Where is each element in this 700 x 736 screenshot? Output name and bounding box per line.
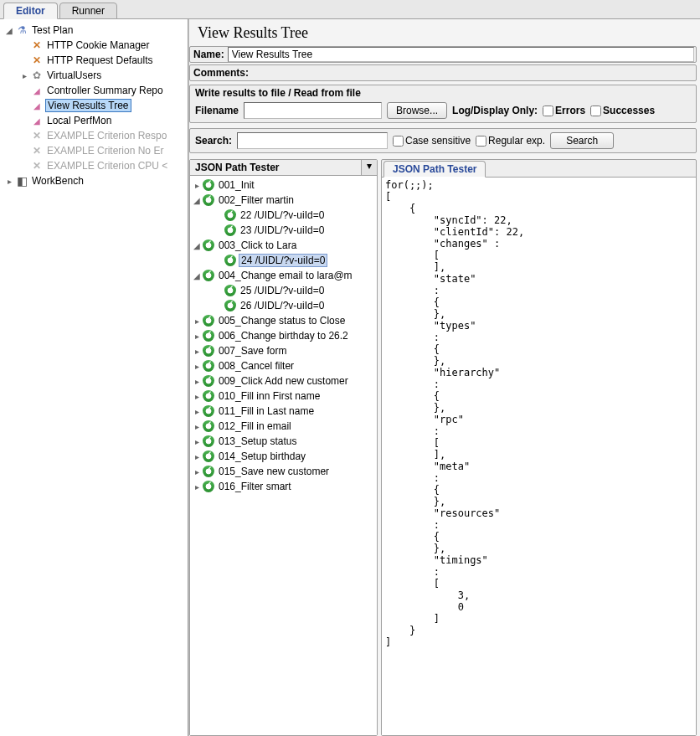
result-node[interactable]: ▸007_Save form xyxy=(192,343,375,358)
tree-item[interactable]: EXAMPLE Criterion Respo xyxy=(2,128,186,143)
expand-toggle[interactable]: ▸ xyxy=(3,177,15,186)
tree-item[interactable]: Local PerfMon xyxy=(2,113,186,128)
regular-exp-checkbox[interactable]: Regular exp. xyxy=(476,135,545,147)
expand-toggle[interactable]: ▸ xyxy=(192,347,202,356)
result-child[interactable]: 26 /UIDL/?v-uiId=0 xyxy=(192,298,375,313)
tree-item[interactable]: View Results Tree xyxy=(2,98,186,113)
wrench-icon xyxy=(30,39,44,52)
expand-toggle[interactable]: ▸ xyxy=(192,392,202,401)
expand-toggle[interactable]: ▸ xyxy=(192,437,202,446)
tree-label: View Results Tree xyxy=(45,99,131,112)
result-label: 002_Filter martin xyxy=(217,194,296,206)
result-node[interactable]: ◢004_Change email to lara@m xyxy=(192,268,375,283)
tree-item[interactable]: EXAMPLE Criterion CPU < xyxy=(2,158,186,173)
shield-check-icon xyxy=(224,284,237,297)
tab-runner[interactable]: Runner xyxy=(59,3,117,19)
tree-item[interactable]: HTTP Request Defaults xyxy=(2,53,186,68)
result-label: 014_Setup birthday xyxy=(217,450,307,462)
expand-toggle[interactable]: ◢ xyxy=(3,26,15,35)
result-node[interactable]: ▸016_Filter smart xyxy=(192,479,375,494)
expand-toggle[interactable]: ▸ xyxy=(18,71,30,80)
expand-toggle[interactable]: ◢ xyxy=(192,241,202,250)
filename-label: Filename xyxy=(195,105,239,116)
result-label: 009_Click Add new customer xyxy=(217,375,350,387)
result-node[interactable]: ▸012_Fill in email xyxy=(192,419,375,434)
tree-workbench[interactable]: ▸ WorkBench xyxy=(2,173,186,188)
tree-label: WorkBench xyxy=(30,175,85,187)
response-body[interactable]: for(;;); [ { "syncId": 22, "clientId": 2… xyxy=(382,178,696,735)
shield-check-icon xyxy=(224,254,237,267)
expand-toggle[interactable]: ▸ xyxy=(192,317,202,326)
expand-toggle[interactable]: ▸ xyxy=(192,452,202,461)
shield-check-icon xyxy=(202,419,215,433)
result-node[interactable]: ▸001_Init xyxy=(192,178,375,193)
test-plan-tree: ◢ Test Plan HTTP Cookie ManagerHTTP Requ… xyxy=(0,19,188,736)
wrench-gray-icon xyxy=(30,159,44,172)
expand-toggle[interactable]: ▸ xyxy=(192,467,202,476)
result-node[interactable]: ▸010_Fill inn First name xyxy=(192,389,375,404)
result-label: 013_Setup status xyxy=(217,435,298,447)
expand-toggle[interactable]: ▸ xyxy=(192,407,202,416)
result-node[interactable]: ▸013_Setup status xyxy=(192,434,375,449)
search-button[interactable]: Search xyxy=(550,132,614,149)
file-section: Write results to file / Read from file F… xyxy=(189,85,697,123)
result-child[interactable]: 23 /UIDL/?v-uiId=0 xyxy=(192,223,375,238)
expand-toggle[interactable]: ▸ xyxy=(192,332,202,341)
tree-item[interactable]: HTTP Cookie Manager xyxy=(2,38,186,53)
errors-checkbox[interactable]: Errors xyxy=(543,105,585,116)
name-input[interactable] xyxy=(228,47,694,62)
name-label: Name: xyxy=(190,47,228,62)
browse-button[interactable]: Browse... xyxy=(387,102,447,119)
tree-test-plan[interactable]: ◢ Test Plan xyxy=(2,23,186,38)
result-child[interactable]: 25 /UIDL/?v-uiId=0 xyxy=(192,283,375,298)
chart-icon xyxy=(30,84,44,97)
tree-item[interactable]: EXAMPLE Criterion No Er xyxy=(2,143,186,158)
result-node[interactable]: ▸005_Change status to Close xyxy=(192,313,375,328)
tree-label: EXAMPLE Criterion No Er xyxy=(45,145,165,157)
expand-toggle[interactable]: ▸ xyxy=(192,422,202,431)
response-tab[interactable]: JSON Path Tester xyxy=(383,161,486,178)
results-tree-panel: JSON Path Tester ▾ ▸001_Init◢002_Filter … xyxy=(189,159,378,736)
tree-label: HTTP Cookie Manager xyxy=(45,39,152,51)
result-label: 26 /UIDL/?v-uiId=0 xyxy=(239,300,326,311)
shield-check-icon xyxy=(202,435,215,448)
tab-editor[interactable]: Editor xyxy=(3,3,58,19)
expand-toggle[interactable]: ▸ xyxy=(192,181,202,190)
result-child[interactable]: 22 /UIDL/?v-uiId=0 xyxy=(192,208,375,223)
filename-input[interactable] xyxy=(244,102,382,119)
result-node[interactable]: ◢003_Click to Lara xyxy=(192,238,375,253)
tree-label: Local PerfMon xyxy=(45,115,113,126)
response-panel: JSON Path Tester for(;;); [ { "syncId": … xyxy=(381,159,697,736)
result-node[interactable]: ▸009_Click Add new customer xyxy=(192,373,375,389)
file-header: Write results to file / Read from file xyxy=(190,85,696,100)
result-node[interactable]: ▸011_Fill in Last name xyxy=(192,404,375,419)
result-node[interactable]: ▸015_Save new customer xyxy=(192,464,375,479)
result-child[interactable]: 24 /UIDL/?v-uiId=0 xyxy=(192,253,375,268)
case-sensitive-checkbox[interactable]: Case sensitive xyxy=(393,135,471,147)
search-input[interactable] xyxy=(237,132,388,149)
expand-toggle[interactable]: ▸ xyxy=(192,482,202,492)
shield-check-icon xyxy=(202,344,215,358)
expand-toggle[interactable]: ▸ xyxy=(192,377,202,386)
shield-check-icon xyxy=(202,329,215,342)
expand-toggle[interactable]: ◢ xyxy=(192,196,202,205)
wrench-gray-icon xyxy=(30,129,44,142)
result-node[interactable]: ▸008_Cancel filter xyxy=(192,358,375,373)
expand-toggle[interactable]: ◢ xyxy=(192,271,202,281)
page-title: View Results Tree xyxy=(189,19,700,45)
shield-check-icon xyxy=(202,193,215,207)
tree-label: EXAMPLE Criterion Respo xyxy=(45,130,168,142)
result-label: 007_Save form xyxy=(217,345,288,357)
tree-item[interactable]: ▸VirtualUsers xyxy=(2,68,186,83)
tree-label: Test Plan xyxy=(30,24,75,36)
tree-item[interactable]: Controller Summary Repo xyxy=(2,83,186,98)
renderer-combo[interactable]: JSON Path Tester ▾ xyxy=(190,160,377,176)
result-node[interactable]: ◢002_Filter martin xyxy=(192,193,375,208)
expand-toggle[interactable]: ▸ xyxy=(192,362,202,371)
top-tabs: Editor Runner xyxy=(0,0,700,19)
main: ◢ Test Plan HTTP Cookie ManagerHTTP Requ… xyxy=(0,19,700,736)
result-node[interactable]: ▸006_Change birthday to 26.2 xyxy=(192,328,375,343)
successes-checkbox[interactable]: Successes xyxy=(590,105,655,116)
result-node[interactable]: ▸014_Setup birthday xyxy=(192,449,375,464)
chevron-down-icon[interactable]: ▾ xyxy=(362,160,377,175)
